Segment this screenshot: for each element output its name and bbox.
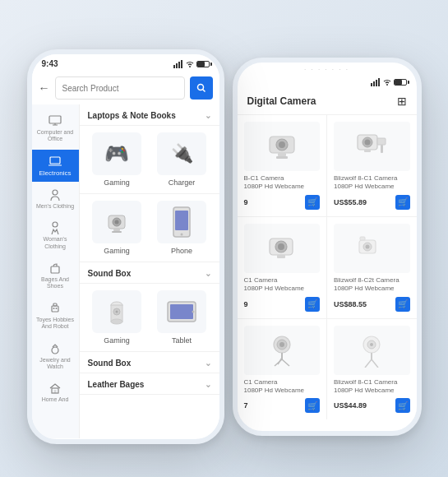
svg-rect-15 bbox=[53, 303, 57, 306]
sidebar-item-mens[interactable]: Men's Clothing bbox=[32, 183, 79, 215]
product-price-p2: US$55.89 bbox=[334, 198, 367, 206]
product-price-p3: 9 bbox=[244, 300, 248, 308]
category-laptops-header[interactable]: Laptops & Note Books ⌄ bbox=[80, 104, 219, 126]
camera-img bbox=[92, 201, 141, 243]
svg-rect-27 bbox=[175, 211, 188, 230]
svg-rect-20 bbox=[54, 390, 57, 393]
svg-point-11 bbox=[53, 190, 58, 195]
sidebar-label-mens: Men's Clothing bbox=[36, 203, 74, 210]
speaker-img bbox=[92, 290, 141, 333]
category-soundbox1-label: Sound Box bbox=[88, 269, 132, 278]
back-button[interactable]: ← bbox=[39, 81, 50, 95]
svg-point-28 bbox=[181, 234, 183, 236]
svg-rect-38 bbox=[373, 81, 375, 86]
product-price-row-p5: 7 🛒 bbox=[244, 398, 321, 413]
cart-btn-p1[interactable]: 🛒 bbox=[305, 195, 320, 210]
product-price-p6: US$44.89 bbox=[334, 401, 367, 410]
svg-point-18 bbox=[52, 347, 58, 354]
product-card-p3[interactable]: C1 Camera1080P Hd Webcame 9 🛒 bbox=[238, 217, 327, 318]
svg-point-33 bbox=[116, 311, 118, 313]
svg-rect-50 bbox=[377, 138, 386, 145]
product-card-p1[interactable]: B-C1 Camera1080P Hd Webcame 9 🛒 bbox=[238, 115, 327, 216]
grid-item-phone[interactable]: Phone bbox=[153, 201, 211, 255]
product-card-p5[interactable]: C1 Camera1080P Hd Webcame 7 🛒 bbox=[238, 319, 327, 420]
sidebar-item-computer[interactable]: Computer and Office bbox=[32, 109, 79, 148]
charger-label: Charger bbox=[169, 178, 196, 187]
svg-rect-14 bbox=[52, 306, 58, 312]
product-card-p2[interactable]: Blizwolf 8-C1 Camera1080P Hd Webcame US$… bbox=[327, 115, 417, 216]
jewelry-icon bbox=[48, 342, 62, 355]
svg-line-72 bbox=[372, 359, 378, 368]
sidebar-label-home: Home And bbox=[42, 396, 69, 403]
sidebar-item-home[interactable]: Home And bbox=[32, 377, 79, 408]
webcam-icon bbox=[102, 211, 132, 234]
product-img-p6 bbox=[334, 326, 410, 375]
product-name-p2: Blizwolf 8-C1 Camera1080P Hd Webcame bbox=[334, 174, 410, 192]
grid-item-gaming2[interactable]: Gaming bbox=[88, 201, 146, 255]
product-img-p5 bbox=[244, 326, 321, 375]
cart-btn-p6[interactable]: 🛒 bbox=[395, 398, 410, 413]
sidebar-label-bags: Bages And Shoes bbox=[35, 276, 76, 290]
grid-item-charger[interactable]: 🔌 Charger bbox=[153, 132, 211, 187]
cam-p6-icon bbox=[351, 333, 392, 368]
right-header: Digital Camera ⊞ bbox=[238, 88, 417, 115]
category-soundbox1-header[interactable]: Sound Box ⌄ bbox=[80, 262, 219, 284]
svg-point-36 bbox=[192, 311, 195, 313]
svg-rect-51 bbox=[381, 145, 383, 153]
product-card-p4[interactable]: Blizwolf 8-C2t Camera1080P Hd Webcame US… bbox=[327, 217, 417, 318]
status-bar-left: 9:43 bbox=[32, 54, 219, 72]
svg-line-65 bbox=[282, 359, 289, 366]
robot-icon bbox=[48, 302, 62, 315]
sidebar-item-bags[interactable]: Bages And Shoes bbox=[32, 257, 79, 295]
sidebar-item-jewelry[interactable]: Jewelry and Watch bbox=[32, 337, 79, 376]
status-bar-right bbox=[238, 75, 417, 88]
product-price-p4: US$88.55 bbox=[334, 300, 367, 308]
svg-point-48 bbox=[365, 140, 371, 146]
search-button[interactable] bbox=[190, 76, 213, 100]
grid-item-gaming1[interactable]: 🎮 Gaming bbox=[88, 132, 146, 187]
speaker-label: Gaming bbox=[104, 336, 130, 345]
cart-btn-p5[interactable]: 🛒 bbox=[305, 398, 320, 413]
svg-rect-1 bbox=[176, 63, 178, 68]
gaming2-label: Gaming bbox=[104, 247, 130, 255]
svg-rect-35 bbox=[170, 304, 193, 319]
sidebar-item-womens[interactable]: Woman's Clothing bbox=[32, 216, 79, 255]
category-soundbox2-header[interactable]: Sound Box ⌄ bbox=[80, 352, 219, 373]
search-input[interactable] bbox=[55, 76, 185, 100]
category-laptops-label: Laptops & Note Books bbox=[88, 111, 176, 120]
product-price-row-p4: US$88.55 🛒 bbox=[334, 297, 410, 312]
svg-rect-45 bbox=[276, 156, 288, 159]
cart-btn-p2[interactable]: 🛒 bbox=[395, 195, 410, 210]
sidebar: Computer and Office Electronics Men's Cl… bbox=[32, 104, 80, 438]
product-name-p4: Blizwolf 8-C2t Camera1080P Hd Webcame bbox=[334, 276, 410, 294]
svg-rect-3 bbox=[181, 60, 182, 68]
grid-item-tablet[interactable]: Tablet bbox=[153, 290, 211, 345]
monitor-icon bbox=[48, 114, 62, 127]
phone-label: Phone bbox=[171, 247, 192, 255]
svg-point-23 bbox=[115, 220, 119, 225]
time-left: 9:43 bbox=[42, 59, 58, 68]
cart-btn-p4[interactable]: 🛒 bbox=[395, 297, 410, 312]
svg-point-17 bbox=[56, 308, 58, 309]
category-leather-label: Leather Bages bbox=[88, 380, 145, 389]
svg-point-43 bbox=[279, 141, 285, 148]
svg-line-66 bbox=[278, 358, 282, 364]
svg-line-5 bbox=[202, 90, 205, 92]
sidebar-item-toys[interactable]: Toyes Hobbies And Robot bbox=[32, 297, 79, 336]
phone-left: 9:43 bbox=[27, 49, 224, 444]
svg-rect-2 bbox=[178, 62, 180, 68]
product-card-p6[interactable]: Blizwolf 8-C1 Camera1080P Hd Webcame US$… bbox=[327, 319, 417, 420]
cart-btn-p3[interactable]: 🛒 bbox=[305, 297, 320, 312]
smartphone-icon bbox=[172, 206, 192, 238]
svg-rect-55 bbox=[277, 255, 285, 258]
sidebar-item-electronics[interactable]: Electronics bbox=[32, 150, 79, 182]
svg-rect-44 bbox=[278, 153, 286, 156]
category-leather-header[interactable]: Leather Bages ⌄ bbox=[80, 373, 219, 395]
product-name-p6: Blizwolf 8-C1 Camera1080P Hd Webcame bbox=[334, 378, 410, 396]
grid-item-speaker[interactable]: Gaming bbox=[88, 290, 146, 345]
main-scroll-area: Laptops & Note Books ⌄ 🎮 Gaming bbox=[80, 104, 219, 438]
grid-view-icon[interactable]: ⊞ bbox=[397, 95, 407, 108]
product-img-p2 bbox=[334, 122, 410, 171]
svg-point-62 bbox=[279, 342, 284, 347]
womens-icon bbox=[48, 221, 62, 234]
